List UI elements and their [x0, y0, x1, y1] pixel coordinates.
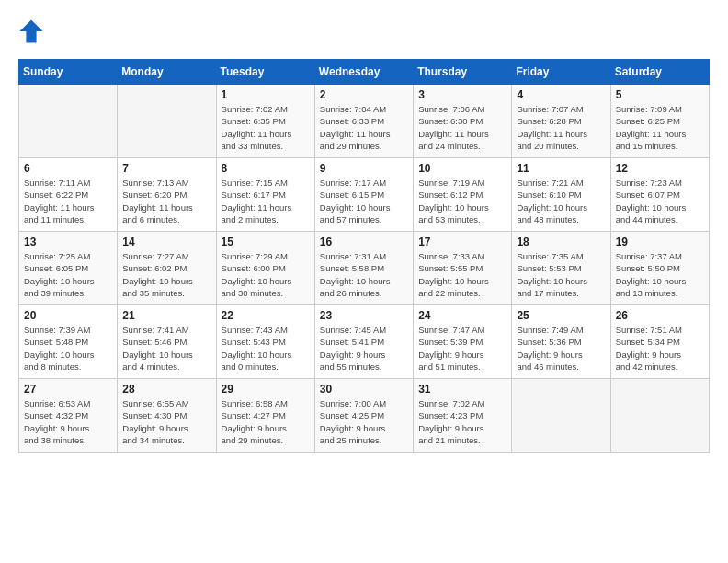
- day-number: 4: [517, 88, 605, 101]
- day-number: 17: [418, 236, 506, 248]
- day-info: Sunrise: 7:43 AM Sunset: 5:43 PM Dayligh…: [222, 324, 310, 373]
- day-number: 11: [517, 162, 605, 175]
- day-number: 9: [320, 162, 408, 175]
- day-info: Sunrise: 7:29 AM Sunset: 6:00 PM Dayligh…: [222, 250, 310, 299]
- day-number: 14: [122, 236, 210, 248]
- day-info: Sunrise: 7:25 AM Sunset: 6:05 PM Dayligh…: [24, 250, 112, 299]
- day-header-tuesday: Tuesday: [216, 60, 314, 85]
- calendar-cell: 13Sunrise: 7:25 AM Sunset: 6:05 PM Dayli…: [19, 232, 118, 305]
- calendar-cell: 27Sunrise: 6:53 AM Sunset: 4:32 PM Dayli…: [19, 379, 118, 453]
- calendar-cell: [610, 379, 709, 453]
- week-row-2: 6Sunrise: 7:11 AM Sunset: 6:22 PM Daylig…: [19, 158, 710, 232]
- day-number: 25: [517, 309, 605, 322]
- day-number: 27: [24, 383, 112, 396]
- calendar-cell: 14Sunrise: 7:27 AM Sunset: 6:02 PM Dayli…: [118, 232, 216, 305]
- calendar-cell: 11Sunrise: 7:21 AM Sunset: 6:10 PM Dayli…: [512, 158, 610, 232]
- day-number: 23: [320, 309, 408, 322]
- svg-marker-0: [19, 19, 42, 42]
- day-info: Sunrise: 7:04 AM Sunset: 6:33 PM Dayligh…: [320, 103, 408, 152]
- calendar-table: SundayMondayTuesdayWednesdayThursdayFrid…: [18, 59, 710, 453]
- day-number: 3: [418, 88, 506, 101]
- day-info: Sunrise: 7:51 AM Sunset: 5:34 PM Dayligh…: [616, 324, 704, 373]
- calendar-cell: 29Sunrise: 6:58 AM Sunset: 4:27 PM Dayli…: [216, 379, 314, 453]
- day-info: Sunrise: 7:02 AM Sunset: 4:23 PM Dayligh…: [418, 397, 506, 446]
- calendar-cell: [118, 85, 216, 158]
- calendar-cell: 9Sunrise: 7:17 AM Sunset: 6:15 PM Daylig…: [314, 158, 413, 232]
- week-row-1: 1Sunrise: 7:02 AM Sunset: 6:35 PM Daylig…: [19, 85, 710, 158]
- calendar-cell: 2Sunrise: 7:04 AM Sunset: 6:33 PM Daylig…: [314, 85, 413, 158]
- calendar-cell: 26Sunrise: 7:51 AM Sunset: 5:34 PM Dayli…: [610, 305, 709, 379]
- calendar-cell: 30Sunrise: 7:00 AM Sunset: 4:25 PM Dayli…: [314, 379, 413, 453]
- day-info: Sunrise: 7:45 AM Sunset: 5:41 PM Dayligh…: [320, 324, 408, 373]
- day-number: 15: [222, 236, 310, 248]
- day-number: 5: [616, 88, 704, 101]
- day-info: Sunrise: 6:53 AM Sunset: 4:32 PM Dayligh…: [24, 397, 112, 446]
- calendar-cell: 4Sunrise: 7:07 AM Sunset: 6:28 PM Daylig…: [512, 85, 610, 158]
- week-row-5: 27Sunrise: 6:53 AM Sunset: 4:32 PM Dayli…: [19, 379, 710, 453]
- day-number: 2: [320, 88, 408, 101]
- day-number: 20: [24, 309, 112, 322]
- calendar-cell: 21Sunrise: 7:41 AM Sunset: 5:46 PM Dayli…: [118, 305, 216, 379]
- day-number: 22: [222, 309, 310, 322]
- calendar-cell: 20Sunrise: 7:39 AM Sunset: 5:48 PM Dayli…: [19, 305, 118, 379]
- calendar-cell: 1Sunrise: 7:02 AM Sunset: 6:35 PM Daylig…: [216, 85, 314, 158]
- day-info: Sunrise: 7:17 AM Sunset: 6:15 PM Dayligh…: [320, 177, 408, 225]
- calendar-cell: 18Sunrise: 7:35 AM Sunset: 5:53 PM Dayli…: [512, 232, 610, 305]
- day-header-friday: Friday: [512, 60, 610, 85]
- calendar-cell: 19Sunrise: 7:37 AM Sunset: 5:50 PM Dayli…: [610, 232, 709, 305]
- day-number: 8: [222, 162, 310, 175]
- day-number: 7: [122, 162, 210, 175]
- day-number: 10: [418, 162, 506, 175]
- day-number: 26: [616, 309, 704, 322]
- day-number: 28: [122, 383, 210, 396]
- day-info: Sunrise: 7:11 AM Sunset: 6:22 PM Dayligh…: [24, 177, 112, 225]
- day-info: Sunrise: 7:33 AM Sunset: 5:55 PM Dayligh…: [418, 250, 506, 299]
- calendar-cell: 3Sunrise: 7:06 AM Sunset: 6:30 PM Daylig…: [414, 85, 512, 158]
- day-info: Sunrise: 7:00 AM Sunset: 4:25 PM Dayligh…: [320, 397, 408, 446]
- calendar-cell: 22Sunrise: 7:43 AM Sunset: 5:43 PM Dayli…: [216, 305, 314, 379]
- day-info: Sunrise: 7:19 AM Sunset: 6:12 PM Dayligh…: [418, 177, 506, 225]
- calendar-cell: [512, 379, 610, 453]
- calendar-cell: 10Sunrise: 7:19 AM Sunset: 6:12 PM Dayli…: [414, 158, 512, 232]
- calendar-cell: 12Sunrise: 7:23 AM Sunset: 6:07 PM Dayli…: [610, 158, 709, 232]
- day-number: 16: [320, 236, 408, 248]
- day-number: 12: [616, 162, 704, 175]
- logo: [18, 18, 48, 44]
- calendar-cell: 28Sunrise: 6:55 AM Sunset: 4:30 PM Dayli…: [118, 379, 216, 453]
- calendar-cell: 5Sunrise: 7:09 AM Sunset: 6:25 PM Daylig…: [610, 85, 709, 158]
- day-info: Sunrise: 7:02 AM Sunset: 6:35 PM Dayligh…: [222, 103, 310, 152]
- day-info: Sunrise: 7:09 AM Sunset: 6:25 PM Dayligh…: [616, 103, 704, 152]
- day-info: Sunrise: 7:27 AM Sunset: 6:02 PM Dayligh…: [122, 250, 210, 299]
- day-info: Sunrise: 7:13 AM Sunset: 6:20 PM Dayligh…: [122, 177, 210, 225]
- calendar-cell: 6Sunrise: 7:11 AM Sunset: 6:22 PM Daylig…: [19, 158, 118, 232]
- day-number: 18: [517, 236, 605, 248]
- calendar-cell: 25Sunrise: 7:49 AM Sunset: 5:36 PM Dayli…: [512, 305, 610, 379]
- calendar-cell: 7Sunrise: 7:13 AM Sunset: 6:20 PM Daylig…: [118, 158, 216, 232]
- calendar-cell: 31Sunrise: 7:02 AM Sunset: 4:23 PM Dayli…: [414, 379, 512, 453]
- page-header: [18, 18, 710, 44]
- day-number: 6: [24, 162, 112, 175]
- day-info: Sunrise: 7:37 AM Sunset: 5:50 PM Dayligh…: [616, 250, 704, 299]
- day-info: Sunrise: 7:41 AM Sunset: 5:46 PM Dayligh…: [122, 324, 210, 373]
- day-info: Sunrise: 7:49 AM Sunset: 5:36 PM Dayligh…: [517, 324, 605, 373]
- day-info: Sunrise: 7:23 AM Sunset: 6:07 PM Dayligh…: [616, 177, 704, 225]
- calendar-cell: 8Sunrise: 7:15 AM Sunset: 6:17 PM Daylig…: [216, 158, 314, 232]
- day-header-sunday: Sunday: [19, 60, 118, 85]
- day-info: Sunrise: 6:55 AM Sunset: 4:30 PM Dayligh…: [122, 397, 210, 446]
- day-header-monday: Monday: [118, 60, 216, 85]
- calendar-cell: [19, 85, 118, 158]
- day-info: Sunrise: 7:06 AM Sunset: 6:30 PM Dayligh…: [418, 103, 506, 152]
- day-number: 13: [24, 236, 112, 248]
- day-header-wednesday: Wednesday: [314, 60, 413, 85]
- calendar-cell: 24Sunrise: 7:47 AM Sunset: 5:39 PM Dayli…: [414, 305, 512, 379]
- day-info: Sunrise: 7:07 AM Sunset: 6:28 PM Dayligh…: [517, 103, 605, 152]
- day-info: Sunrise: 7:31 AM Sunset: 5:58 PM Dayligh…: [320, 250, 408, 299]
- day-info: Sunrise: 7:15 AM Sunset: 6:17 PM Dayligh…: [222, 177, 310, 225]
- day-header-saturday: Saturday: [610, 60, 709, 85]
- logo-icon: [18, 18, 44, 44]
- day-number: 31: [418, 383, 506, 396]
- calendar-cell: 23Sunrise: 7:45 AM Sunset: 5:41 PM Dayli…: [314, 305, 413, 379]
- day-info: Sunrise: 7:47 AM Sunset: 5:39 PM Dayligh…: [418, 324, 506, 373]
- day-info: Sunrise: 7:35 AM Sunset: 5:53 PM Dayligh…: [517, 250, 605, 299]
- day-number: 1: [222, 88, 310, 101]
